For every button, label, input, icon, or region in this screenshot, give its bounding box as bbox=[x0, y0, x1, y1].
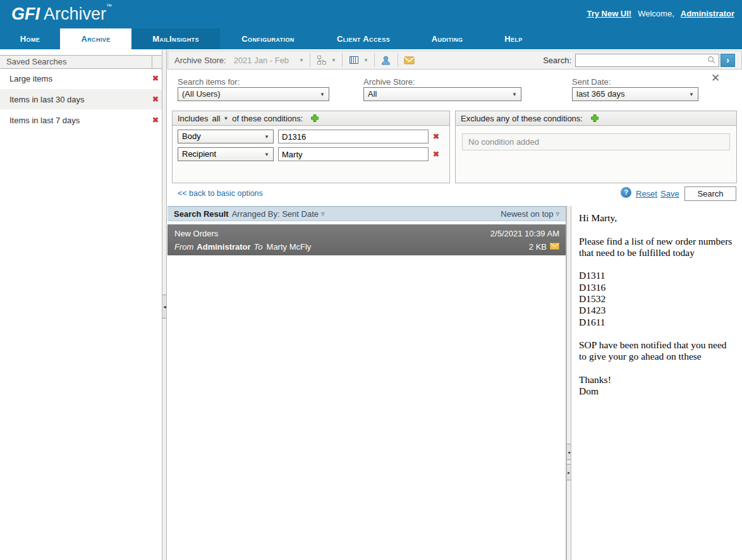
tab-client-access[interactable]: Client Access bbox=[316, 28, 411, 49]
chevron-down-icon: ▼ bbox=[223, 116, 228, 121]
add-exclude-condition-icon[interactable] bbox=[590, 114, 599, 123]
saved-search-large-items[interactable]: Large items ✖ bbox=[0, 68, 162, 88]
saved-searches-title-divider bbox=[152, 55, 152, 69]
includes-mode-select[interactable]: all ▼ bbox=[212, 114, 228, 123]
condition-value-input[interactable] bbox=[278, 147, 429, 161]
result-date: 2/5/2021 10:39 AM bbox=[490, 229, 559, 238]
condition-field-value: Body bbox=[182, 131, 201, 141]
delete-saved-search-icon[interactable]: ✖ bbox=[152, 95, 159, 103]
saved-search-last-30-days[interactable]: Items in last 30 days ✖ bbox=[0, 89, 162, 109]
tab-help[interactable]: Help bbox=[484, 28, 544, 49]
saved-search-label: Items in last 30 days bbox=[0, 95, 85, 104]
sidebar-collapse-icon[interactable]: ◄ bbox=[162, 295, 166, 319]
column-view-dropdown-icon[interactable]: ▼ bbox=[363, 58, 368, 63]
results-header: Search Result Arranged By: Sent Date ▿ N… bbox=[167, 206, 566, 221]
advanced-search-panel: ✕ Search items for: (All Users) ▼ Archiv… bbox=[167, 70, 742, 204]
sidebar-splitter[interactable]: ◄ bbox=[162, 49, 167, 560]
condition-value-input[interactable] bbox=[278, 130, 429, 143]
mailbox-icon[interactable] bbox=[404, 54, 415, 66]
envelope-icon bbox=[550, 242, 559, 252]
condition-field-value: Recipient bbox=[182, 149, 216, 159]
sent-date-label: Sent Date: bbox=[572, 77, 611, 87]
save-link[interactable]: Save bbox=[660, 189, 679, 198]
search-label: Search: bbox=[543, 56, 571, 65]
column-view-icon[interactable] bbox=[348, 54, 360, 66]
toolbar-separator bbox=[398, 53, 398, 67]
preview-expand-icon[interactable]: ▸ bbox=[567, 464, 571, 480]
search-magnifier-icon bbox=[707, 56, 716, 67]
username-link[interactable]: Administrator bbox=[681, 9, 734, 18]
close-panel-icon[interactable]: ✕ bbox=[711, 73, 720, 83]
excludes-header: Excludes any of these conditions: bbox=[456, 111, 736, 126]
toolbar-search-area: Search: › bbox=[543, 54, 735, 67]
chevron-down-icon: ▼ bbox=[320, 88, 325, 101]
remove-condition-icon[interactable]: ✖ bbox=[433, 150, 439, 159]
user-profile-icon[interactable] bbox=[380, 54, 392, 66]
help-icon[interactable]: ? bbox=[621, 187, 631, 198]
chevron-down-icon: ▼ bbox=[264, 131, 269, 143]
sent-date-value: last 365 days bbox=[576, 89, 625, 99]
condition-field-select[interactable]: Recipient ▼ bbox=[178, 147, 274, 161]
search-go-button[interactable]: › bbox=[721, 54, 735, 67]
email-body: Hi Marty, Please find a list of new orde… bbox=[579, 212, 734, 398]
arranged-by-label[interactable]: Arranged By: Sent Date bbox=[232, 209, 319, 219]
includes-prefix: Includes bbox=[178, 114, 208, 123]
add-include-condition-icon[interactable] bbox=[310, 114, 319, 123]
search-items-for-value: (All Users) bbox=[182, 89, 221, 99]
chevron-down-icon: ▼ bbox=[512, 88, 517, 101]
toolbar-separator bbox=[310, 53, 310, 67]
try-new-ui-link[interactable]: Try New UI! bbox=[587, 9, 631, 18]
includes-header: Includes all ▼ of these conditions: bbox=[173, 111, 449, 126]
welcome-text: Welcome, bbox=[638, 9, 674, 18]
chevron-down-icon: ▼ bbox=[264, 149, 269, 161]
sent-date-select[interactable]: last 365 days ▼ bbox=[572, 87, 698, 101]
main-nav: Home Archive MailInsights Configuration … bbox=[0, 28, 742, 49]
condition-field-select[interactable]: Body ▼ bbox=[178, 130, 274, 143]
includes-conditions-box: Includes all ▼ of these conditions: Body… bbox=[172, 111, 450, 183]
search-button[interactable]: Search bbox=[684, 186, 736, 201]
delete-saved-search-icon[interactable]: ✖ bbox=[152, 116, 159, 124]
app-header: GFIArchiver™ Try New UI! Welcome, Admini… bbox=[0, 0, 742, 28]
no-condition-placeholder: No condition added bbox=[462, 133, 730, 150]
chevron-down-icon: ▼ bbox=[689, 88, 694, 101]
search-results-pane: Search Result Arranged By: Sent Date ▿ N… bbox=[167, 206, 566, 560]
folder-tree-dropdown-icon[interactable]: ▼ bbox=[331, 58, 336, 63]
preview-collapse-icon[interactable]: ◂ bbox=[567, 444, 571, 460]
saved-search-last-7-days[interactable]: Items in last 7 days ✖ bbox=[0, 110, 162, 130]
archive-store-value: All bbox=[368, 89, 377, 99]
tab-configuration[interactable]: Configuration bbox=[220, 28, 316, 49]
search-items-for-select[interactable]: (All Users) ▼ bbox=[178, 87, 329, 101]
folder-tree-icon[interactable] bbox=[316, 54, 327, 66]
sort-order-label[interactable]: Newest on top bbox=[501, 209, 553, 219]
result-to: Marty McFly bbox=[267, 242, 312, 252]
toolbar-archive-store-value[interactable]: 2021 Jan - Feb bbox=[234, 56, 289, 65]
excludes-title: Excludes any of these conditions: bbox=[461, 114, 583, 123]
reset-link[interactable]: Reset bbox=[636, 189, 657, 198]
includes-mode-value: all bbox=[212, 114, 220, 123]
saved-search-label: Items in last 7 days bbox=[0, 116, 80, 125]
logo-gfi: GFI bbox=[11, 4, 40, 23]
email-preview-pane: Hi Marty, Please find a list of new orde… bbox=[571, 206, 742, 560]
delete-saved-search-icon[interactable]: ✖ bbox=[152, 75, 159, 82]
archive-store-dropdown-icon[interactable]: ▼ bbox=[299, 58, 304, 63]
tab-mailinsights[interactable]: MailInsights bbox=[131, 28, 220, 49]
header-user-area: Try New UI! Welcome, Administrator bbox=[587, 9, 734, 18]
to-label: To bbox=[254, 242, 263, 252]
search-items-for-label: Search items for: bbox=[178, 77, 240, 87]
from-label: From bbox=[174, 242, 193, 252]
result-row-selected[interactable]: New Orders 2/5/2021 10:39 AM From Admini… bbox=[167, 224, 566, 255]
sort-order-dropdown-icon[interactable]: ▿ bbox=[556, 210, 559, 218]
tab-auditing[interactable]: Auditing bbox=[411, 28, 484, 49]
search-input[interactable] bbox=[575, 54, 719, 67]
tab-home[interactable]: Home bbox=[0, 28, 60, 49]
gfi-archiver-window: GFIArchiver™ Try New UI! Welcome, Admini… bbox=[0, 0, 742, 560]
tab-archive[interactable]: Archive bbox=[60, 28, 131, 49]
preview-splitter[interactable]: ◂ ▸ bbox=[566, 206, 571, 560]
archive-store-select[interactable]: All ▼ bbox=[363, 87, 521, 101]
arranged-by-dropdown-icon[interactable]: ▿ bbox=[321, 210, 325, 218]
remove-condition-icon[interactable]: ✖ bbox=[433, 132, 439, 141]
toolbar-archive-store-label: Archive Store: bbox=[174, 56, 226, 65]
back-to-basic-options-link[interactable]: << back to basic options bbox=[178, 189, 263, 198]
gfi-archiver-logo: GFIArchiver™ bbox=[11, 3, 112, 24]
logo-trademark: ™ bbox=[106, 3, 112, 9]
